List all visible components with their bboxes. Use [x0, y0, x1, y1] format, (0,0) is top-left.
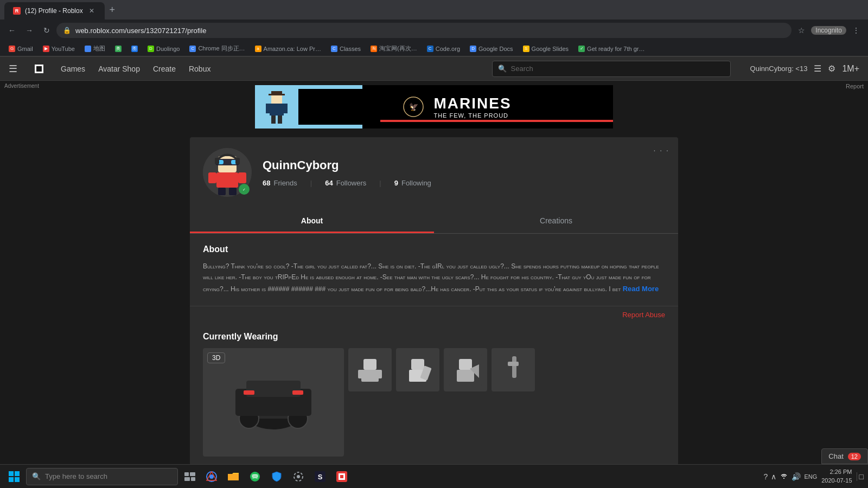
bookmark-1[interactable]: 奥	[111, 44, 126, 53]
taskbar-search-icon: 🔍	[32, 472, 41, 480]
following-stat[interactable]: 9 Following	[394, 179, 431, 187]
report-abuse-link[interactable]: Report Abuse	[622, 311, 665, 319]
tab-title: (12) Profile - Roblox	[25, 7, 83, 15]
ad-character	[255, 85, 298, 129]
wearing-item-svg-4	[497, 354, 529, 386]
profile-more-button[interactable]: · · ·	[654, 146, 669, 155]
back-button[interactable]: ←	[4, 23, 20, 38]
bookmark-7th[interactable]: ✓ Get ready for 7th gr…	[574, 44, 649, 53]
language-indicator: ENG	[804, 473, 817, 480]
bookmark-icon[interactable]: ☆	[794, 23, 809, 38]
svg-rect-33	[244, 390, 254, 395]
wearing-item-4[interactable]	[492, 348, 535, 391]
bookmark-classes[interactable]: C Classes	[327, 44, 365, 53]
nav-create-link[interactable]: Create	[153, 65, 176, 73]
wearing-row-1	[348, 348, 535, 391]
svg-rect-21	[238, 172, 246, 183]
active-tab[interactable]: R (12) Profile - Roblox ✕	[4, 2, 105, 20]
svg-rect-22	[218, 188, 226, 195]
wearing-item-2[interactable]	[396, 348, 439, 391]
bookmark-label: Code.org	[436, 46, 460, 52]
bookmark-chrome-sync[interactable]: C Chrome 同步正…	[185, 43, 249, 54]
tab-close-button[interactable]: ✕	[87, 7, 96, 15]
bookmark-duolingo[interactable]: D Duolingo	[143, 44, 184, 53]
read-more-button[interactable]: Read More	[623, 285, 659, 293]
windows-start-button[interactable]	[4, 467, 24, 486]
taskbar-s-app-button[interactable]: S	[310, 467, 330, 486]
stat-separator-2: |	[379, 179, 381, 187]
ad-banner[interactable]: 🦅 MARINES THE FEW, THE PROUD	[255, 85, 613, 129]
show-desktop-button[interactable]: □	[857, 472, 864, 481]
taskbar-search-bar[interactable]: 🔍 Type here to search	[26, 468, 178, 485]
taskbar: 🔍 Type here to search	[0, 464, 868, 488]
roblox-logo[interactable]	[30, 60, 48, 78]
bookmark-codeorg[interactable]: C Code.org	[423, 44, 464, 53]
feed-icon-button[interactable]: ☰	[814, 63, 821, 74]
folder-icon	[228, 472, 239, 481]
avatar-container: ✓	[203, 148, 252, 197]
taskbar-up-arrow-icon[interactable]: ∧	[771, 472, 776, 481]
svg-rect-7	[281, 104, 288, 113]
gmail-favicon: G	[9, 46, 15, 52]
taskbar-settings-button[interactable]	[289, 467, 308, 486]
maps-favicon	[85, 46, 91, 52]
report-ad-button[interactable]: Report	[846, 83, 864, 89]
incognito-badge: Incognito	[811, 26, 846, 35]
bookmark-youtube[interactable]: ▶ YouTube	[39, 44, 79, 53]
taskbar-files-button[interactable]	[224, 467, 243, 486]
nav-avatar-shop-link[interactable]: Avatar Shop	[98, 65, 140, 73]
bookmark-taobao[interactable]: 淘 淘宝网(再次…	[366, 43, 422, 54]
svg-rect-2	[271, 91, 282, 94]
bookmark-maps[interactable]: 地图	[80, 43, 110, 54]
friends-stat[interactable]: 68 Friends	[263, 179, 297, 187]
taskbar-spotify-button[interactable]	[245, 467, 265, 486]
amazon-favicon: a	[255, 46, 261, 52]
bookmark-gdocs[interactable]: D Google Docs	[465, 44, 518, 53]
wearing-item-3[interactable]	[444, 348, 487, 391]
refresh-button[interactable]: ↻	[39, 23, 54, 38]
taskbar-chrome-button[interactable]	[202, 467, 221, 486]
new-tab-button[interactable]: +	[105, 2, 120, 17]
hamburger-menu-button[interactable]: ☰	[9, 63, 17, 75]
3d-toggle-button[interactable]: 3D	[207, 352, 225, 363]
bookmark-gmail[interactable]: G Gmail	[4, 44, 37, 53]
chat-label: Chat	[828, 452, 843, 460]
more-menu-button[interactable]: ⋮	[848, 23, 864, 38]
svg-rect-38	[358, 370, 366, 378]
network-icon[interactable]	[780, 472, 788, 481]
bookmark-2[interactable]: 图	[127, 44, 142, 53]
nav-games-link[interactable]: Games	[61, 65, 85, 73]
roblox-search-bar[interactable]: 🔍 Search	[492, 61, 731, 77]
tab-about[interactable]: About	[190, 210, 434, 233]
taskbar-help-icon[interactable]: ?	[764, 472, 768, 481]
report-abuse-section: Report Abuse	[190, 306, 678, 323]
taskbar-shield-button[interactable]	[267, 467, 286, 486]
date-text: 2020-07-15	[821, 477, 852, 485]
marines-eagle-icon: 🦅	[403, 96, 424, 118]
svg-rect-46	[457, 370, 474, 382]
chat-panel[interactable]: Chat 12	[821, 448, 868, 464]
shield-icon	[272, 471, 282, 482]
roblox-navbar: ☰ Games Avatar Shop Create Robux 🔍 Searc…	[0, 57, 868, 81]
address-bar[interactable]: 🔒 web.roblox.com/users/1320721217/profil…	[56, 23, 792, 38]
wearing-item-1[interactable]	[348, 348, 392, 391]
volume-icon[interactable]: 🔊	[792, 472, 801, 481]
forward-button[interactable]: →	[22, 23, 37, 38]
taskbar-roblox-button[interactable]	[332, 467, 352, 486]
about-title: About	[203, 245, 665, 254]
tab-creations[interactable]: Creations	[434, 210, 678, 233]
gslides-favicon: S	[523, 46, 529, 52]
wearing-items	[348, 348, 535, 457]
bookmark-gslides[interactable]: S Google Slides	[519, 44, 573, 53]
settings-icon-button[interactable]: ⚙	[828, 63, 835, 74]
marines-title: MARINES	[433, 95, 511, 112]
bookmark-amazon[interactable]: a Amazon.ca: Low Pr…	[251, 44, 326, 53]
robux-display[interactable]: 1M+	[842, 64, 859, 74]
svg-rect-34	[292, 390, 303, 395]
nav-robux-link[interactable]: Robux	[189, 65, 210, 73]
following-count: 9	[394, 179, 398, 187]
tab-favicon: R	[13, 7, 21, 15]
windows-logo-icon	[9, 471, 20, 482]
followers-stat[interactable]: 64 Followers	[325, 179, 366, 187]
taskbar-task-view-button[interactable]	[180, 467, 200, 486]
